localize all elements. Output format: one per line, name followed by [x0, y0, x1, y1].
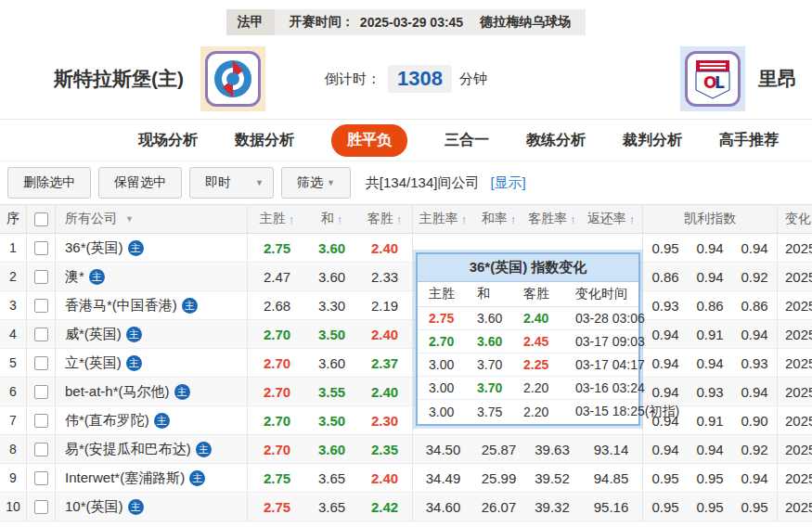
away-odds[interactable]: 2.37	[357, 349, 413, 377]
home-odds[interactable]: 2.75	[248, 234, 306, 262]
kelly-draw: 0.93	[688, 378, 732, 405]
company-cell[interactable]: Interwet*(塞浦路斯)主	[56, 464, 248, 492]
header-away-rate-sort[interactable]: 客胜率↑	[524, 205, 580, 233]
checkbox-icon[interactable]	[34, 500, 48, 514]
away-odds[interactable]: 2.40	[357, 234, 413, 262]
checkbox-icon[interactable]	[34, 385, 48, 399]
change-time: 2025-0	[778, 291, 812, 319]
popup-row: 2.703.602.4503-17 09:03	[418, 330, 638, 353]
tab-three-in-one[interactable]: 三合一	[445, 131, 489, 150]
away-odds[interactable]: 2.40	[357, 464, 413, 492]
tab-expert-picks[interactable]: 高手推荐	[719, 131, 779, 150]
tab-coach-analysis[interactable]: 教练分析	[526, 131, 586, 150]
row-index: 10	[0, 493, 27, 521]
checkbox-icon[interactable]	[34, 414, 48, 428]
draw-odds[interactable]: 3.65	[306, 493, 357, 521]
header-draw-odds-sort[interactable]: 和↑	[306, 205, 357, 233]
tab-data-analysis[interactable]: 数据分析	[235, 131, 294, 150]
draw-rate: 25.99	[473, 464, 524, 492]
checkbox-icon[interactable]	[34, 299, 48, 313]
home-odds[interactable]: 2.70	[248, 349, 306, 377]
show-link[interactable]: [显示]	[490, 174, 525, 192]
company-cell[interactable]: bet-at-h*(马尔他)主	[56, 378, 248, 405]
home-odds[interactable]: 2.75	[248, 493, 306, 521]
tab-referee-analysis[interactable]: 裁判分析	[623, 131, 682, 150]
draw-odds[interactable]: 3.50	[306, 320, 357, 348]
company-cell[interactable]: 伟*(直布罗陀)主	[56, 406, 248, 434]
home-odds[interactable]: 2.70	[248, 378, 306, 405]
popup-body: 2.753.602.4003-28 03:062.703.602.4503-17…	[418, 307, 638, 424]
checkbox-icon[interactable]	[34, 443, 48, 456]
draw-odds[interactable]: 3.30	[306, 291, 357, 319]
delete-selected-button[interactable]: 删除选中	[7, 167, 91, 199]
popup-title: 36*(英国) 指数变化	[418, 254, 638, 282]
tab-live-analysis[interactable]: 现场分析	[138, 131, 198, 150]
away-team-crest-icon: O L	[685, 51, 741, 107]
draw-odds[interactable]: 3.60	[306, 435, 357, 463]
table-row: 5立*(英国)主2.703.602.370.940.940.932025-0	[0, 349, 812, 378]
host-flag-icon: 主	[128, 240, 144, 256]
sort-up-icon: ↑	[289, 212, 295, 226]
kickoff-time: 开赛时间： 2025-03-29 03:45	[275, 9, 478, 35]
company-cell[interactable]: 威*(英国)主	[56, 320, 248, 348]
popup-row: 3.003.702.2503-17 04:17	[418, 353, 638, 377]
company-cell[interactable]: 香港马*(中国香港)主	[56, 291, 248, 319]
checkbox-icon[interactable]	[34, 212, 48, 226]
home-odds[interactable]: 2.68	[248, 291, 306, 319]
company-cell[interactable]: 澳*主	[56, 263, 248, 290]
odds-table: 序 所有公司 ▼ 主胜↑ 和↑ 客胜↑ 主胜率↑ 和率↑ 客胜率↑ 返还率↑ 凯…	[0, 204, 812, 521]
table-row: 8易*(安提瓜和巴布达)主2.703.602.3534.5025.8739.63…	[0, 435, 812, 464]
keep-selected-button[interactable]: 保留选中	[98, 167, 182, 199]
tabs: 现场分析数据分析胜平负三合一教练分析裁判分析高手推荐	[0, 119, 812, 161]
away-odds[interactable]: 2.35	[357, 435, 413, 463]
checkbox-icon[interactable]	[34, 328, 48, 341]
away-odds[interactable]: 2.40	[357, 320, 413, 348]
company-cell[interactable]: 立*(英国)主	[56, 349, 248, 377]
header-away-odds-sort[interactable]: 客胜↑	[357, 205, 413, 233]
away-odds[interactable]: 2.33	[357, 263, 413, 290]
table-row: 9Interwet*(塞浦路斯)主2.753.652.4034.4925.993…	[0, 464, 812, 493]
countdown-label: 倒计时：	[325, 71, 380, 88]
odds-table-body: 136*(英国)主2.753.602.400.950.940.942025-02…	[0, 234, 812, 521]
draw-odds[interactable]: 3.60	[306, 234, 357, 262]
header-company[interactable]: 所有公司 ▼	[56, 205, 248, 233]
kelly-draw: 0.86	[688, 291, 732, 319]
tab-win-draw-lose[interactable]: 胜平负	[331, 124, 407, 157]
draw-odds[interactable]: 3.60	[306, 263, 357, 290]
draw-odds[interactable]: 3.50	[306, 406, 357, 434]
row-index: 4	[0, 320, 27, 348]
instant-odds-select[interactable]: 即时 ▼	[189, 167, 274, 199]
home-odds[interactable]: 2.70	[248, 406, 306, 434]
company-name: bet-at-h*(马尔他)	[65, 383, 170, 401]
away-odds[interactable]: 2.19	[357, 291, 413, 319]
draw-odds[interactable]: 3.55	[306, 378, 357, 405]
away-odds[interactable]: 2.42	[357, 493, 413, 521]
away-odds[interactable]: 2.40	[357, 378, 413, 405]
away-odds[interactable]: 2.30	[357, 406, 413, 434]
draw-odds[interactable]: 3.65	[306, 464, 357, 492]
home-odds[interactable]: 2.47	[248, 263, 306, 290]
company-cell[interactable]: 易*(安提瓜和巴布达)主	[56, 435, 248, 463]
home-odds[interactable]: 2.70	[248, 320, 306, 348]
header-select-all-checkbox[interactable]	[27, 205, 56, 233]
header-home-rate-sort[interactable]: 主胜率↑	[413, 205, 473, 233]
filter-button[interactable]: 筛选 ▼	[281, 167, 351, 199]
header-draw-rate-sort[interactable]: 和率↑	[473, 205, 524, 233]
header-return-rate-sort[interactable]: 返还率↑	[580, 205, 643, 233]
company-name: 澳*	[65, 268, 84, 286]
draw-odds[interactable]: 3.60	[306, 349, 357, 377]
header-home-odds-sort[interactable]: 主胜↑	[248, 205, 306, 233]
checkbox-icon[interactable]	[34, 471, 48, 485]
home-rate: 34.49	[413, 464, 473, 492]
checkbox-icon[interactable]	[34, 270, 48, 284]
checkbox-icon[interactable]	[34, 356, 48, 370]
home-odds[interactable]: 2.70	[248, 435, 306, 463]
company-cell[interactable]: 36*(英国)主	[56, 234, 248, 262]
popup-row: 3.003.752.2003-15 18:25(初指)	[418, 400, 638, 424]
popup-home-odds: 3.00	[429, 357, 477, 372]
company-cell[interactable]: 10*(英国)主	[56, 493, 248, 521]
checkbox-icon[interactable]	[34, 241, 48, 255]
home-odds[interactable]: 2.75	[248, 464, 306, 492]
home-rate: 34.50	[413, 435, 473, 463]
row-index: 3	[0, 291, 27, 319]
